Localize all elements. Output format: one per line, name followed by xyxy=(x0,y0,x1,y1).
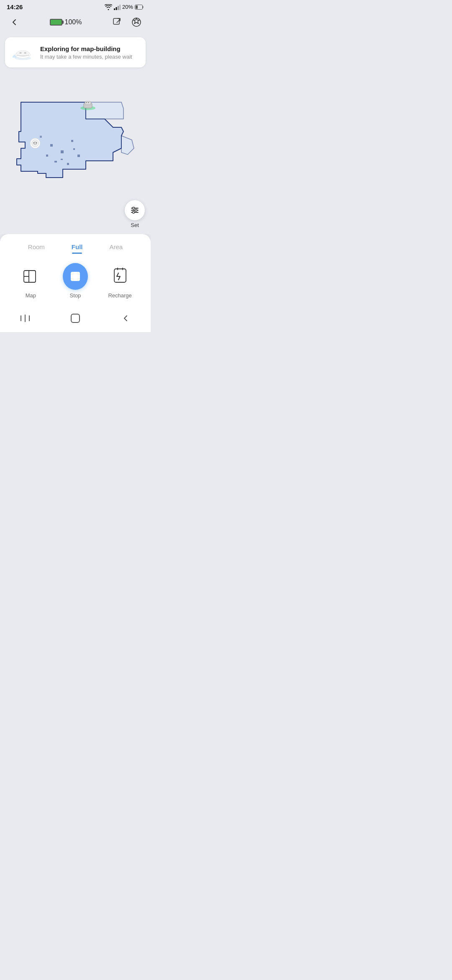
recent-apps-button[interactable] xyxy=(16,311,34,325)
share-button[interactable] xyxy=(110,15,125,30)
recharge-label: Recharge xyxy=(108,292,131,299)
set-button[interactable] xyxy=(125,200,145,220)
svg-rect-16 xyxy=(50,144,53,147)
svg-rect-19 xyxy=(77,155,80,157)
svg-rect-1 xyxy=(116,7,117,10)
svg-marker-27 xyxy=(121,136,134,155)
svg-rect-23 xyxy=(40,136,42,138)
set-button-wrap: Set xyxy=(125,200,145,228)
bottom-panel: Room Full Area Map Stop xyxy=(0,234,151,332)
battery-status-icon xyxy=(135,5,144,10)
svg-point-37 xyxy=(36,142,37,144)
device-battery: 100% xyxy=(50,18,82,26)
status-bar: 14:26 20% xyxy=(0,0,151,12)
svg-rect-22 xyxy=(67,163,69,165)
map-label: Map xyxy=(26,292,36,299)
svg-rect-51 xyxy=(71,314,80,322)
toolbar: 100% xyxy=(0,12,151,34)
svg-rect-20 xyxy=(46,155,48,157)
svg-point-42 xyxy=(135,209,137,211)
stop-button-circle[interactable] xyxy=(63,263,88,290)
status-icons: 20% xyxy=(105,4,144,10)
stop-label: Stop xyxy=(70,292,81,299)
svg-rect-25 xyxy=(73,148,75,150)
battery-percent: 20% xyxy=(122,4,133,10)
stop-square-icon xyxy=(71,272,80,281)
map-area[interactable]: Set xyxy=(0,71,151,234)
svg-rect-21 xyxy=(54,161,57,162)
back-button[interactable] xyxy=(7,15,22,30)
svg-rect-24 xyxy=(61,159,63,160)
svg-rect-5 xyxy=(136,5,138,9)
banner-text: Exploring for map-building It may take a… xyxy=(40,45,132,60)
svg-rect-30 xyxy=(85,101,91,105)
svg-rect-18 xyxy=(61,150,64,153)
info-banner: Exploring for map-building It may take a… xyxy=(5,37,146,67)
banner-subtitle: It may take a few minutes, please wait xyxy=(40,54,132,60)
home-button[interactable] xyxy=(66,311,85,325)
svg-rect-0 xyxy=(114,8,115,10)
recharge-icon-wrap xyxy=(108,264,133,289)
stop-icon-wrap xyxy=(63,264,88,289)
svg-point-13 xyxy=(19,52,22,54)
battery-full-icon xyxy=(50,19,62,26)
recharge-action[interactable]: Recharge xyxy=(105,264,135,299)
svg-rect-47 xyxy=(114,269,126,282)
svg-point-14 xyxy=(24,52,26,54)
wifi-icon xyxy=(105,4,112,10)
svg-point-36 xyxy=(33,142,35,144)
battery-percent-label: 100% xyxy=(65,18,82,26)
back-nav-button[interactable] xyxy=(116,311,135,325)
map-action[interactable]: Map xyxy=(16,264,45,299)
svg-rect-17 xyxy=(71,140,73,142)
set-button-label: Set xyxy=(131,222,139,228)
tab-room[interactable]: Room xyxy=(15,241,58,253)
svg-rect-32 xyxy=(88,102,89,103)
floor-map xyxy=(13,94,138,211)
svg-rect-3 xyxy=(119,5,121,10)
tab-area[interactable]: Area xyxy=(96,241,136,253)
settings-button[interactable] xyxy=(129,15,144,30)
svg-point-43 xyxy=(133,211,135,214)
banner-title: Exploring for map-building xyxy=(40,45,132,52)
robot-icon xyxy=(12,43,35,62)
tab-full[interactable]: Full xyxy=(58,241,96,253)
signal-icon xyxy=(114,4,121,10)
tab-bar: Room Full Area xyxy=(0,241,151,253)
svg-rect-31 xyxy=(86,102,87,103)
action-row: Map Stop Recharge xyxy=(0,260,151,307)
status-time: 14:26 xyxy=(7,3,23,10)
stop-action[interactable]: Stop xyxy=(61,264,90,299)
svg-point-41 xyxy=(133,207,135,209)
toolbar-right xyxy=(110,15,144,30)
map-icon-wrap xyxy=(18,264,43,289)
nav-bar xyxy=(0,307,151,332)
svg-rect-2 xyxy=(118,6,119,10)
